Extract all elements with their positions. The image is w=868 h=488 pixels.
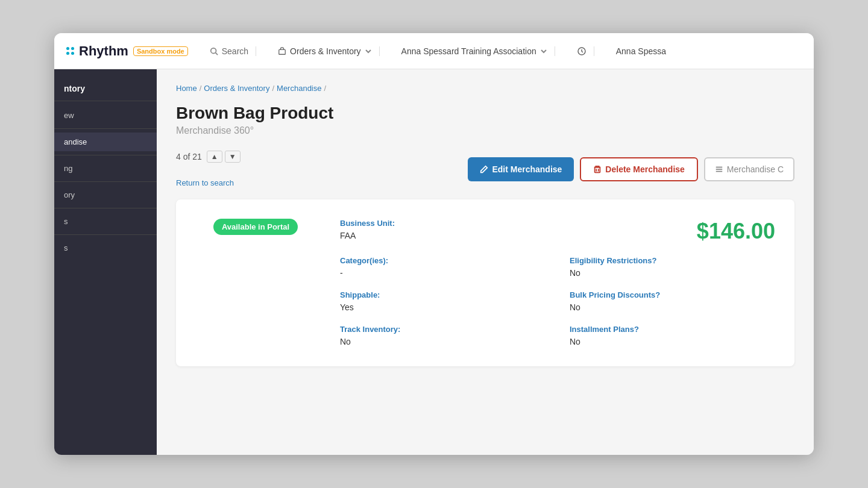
breadcrumb-separator: / — [272, 84, 274, 93]
bulk-pricing-label: Bulk Pricing Discounts? — [570, 290, 775, 299]
sidebar-item-label: ng — [64, 164, 72, 173]
sidebar-item-label: s — [64, 243, 68, 252]
breadcrumb-merchandise[interactable]: Merchandise — [277, 84, 321, 93]
chevron-down-icon — [365, 48, 372, 55]
breadcrumb-separator: / — [324, 84, 326, 93]
edit-merchandise-button[interactable]: Edit Merchandise — [468, 157, 574, 181]
business-unit-label: Business Unit: — [340, 219, 546, 228]
eligibility-value: No — [570, 268, 580, 278]
breadcrumb-orders[interactable]: Orders & Inventory — [204, 84, 269, 93]
eligibility-group: Eligibility Restrictions? No — [570, 256, 775, 278]
org-name: Anna Spessard Training Association — [401, 46, 536, 56]
availability-badge: Available in Portal — [213, 219, 298, 235]
bulk-pricing-value: No — [570, 302, 580, 312]
pagination-info: 4 of 21 ▲ ▼ Return to search — [176, 151, 241, 187]
delete-label: Delete Merchandise — [605, 164, 685, 174]
categories-value: - — [340, 268, 343, 278]
track-inventory-value: No — [340, 337, 351, 346]
breadcrumb-home[interactable]: Home — [176, 84, 197, 93]
next-button[interactable]: ▼ — [225, 151, 241, 163]
price-display: $146.00 — [570, 219, 775, 244]
svg-rect-2 — [279, 49, 286, 54]
sidebar-item-overview[interactable]: ew — [54, 106, 157, 125]
pencil-icon — [480, 165, 488, 174]
trash-icon — [593, 165, 602, 174]
page-subtitle: Merchandise 360° — [176, 125, 794, 136]
action-buttons: Edit Merchandise Delete Merchandise — [468, 157, 794, 181]
track-inventory-group: Track Inventory: No — [340, 325, 546, 347]
history-icon — [577, 46, 587, 56]
categories-label: Categor(ies): — [340, 256, 546, 265]
sidebar-divider — [54, 208, 157, 208]
user-name: Anna Spessa — [616, 46, 666, 56]
sidebar-item-pricing[interactable]: ng — [54, 159, 157, 178]
business-unit-value: FAA — [340, 231, 356, 240]
sidebar-item-settings-1[interactable]: s — [54, 212, 157, 231]
sidebar-divider — [54, 155, 157, 155]
sidebar-item-label: ew — [64, 111, 74, 120]
shopping-bag-icon — [278, 47, 286, 55]
installment-label: Installment Plans? — [570, 325, 775, 334]
user-menu[interactable]: Anna Spessa — [609, 46, 673, 56]
installment-value: No — [570, 337, 580, 346]
sidebar-item-label: andise — [64, 137, 87, 146]
logo-area: Rhythm Sandbox mode — [66, 43, 188, 59]
sidebar-section-title: ntory — [54, 79, 157, 101]
sidebar-item-inventory[interactable]: ory — [54, 186, 157, 204]
main-layout: ntory ew andise ng ory s s — [54, 69, 814, 455]
breadcrumb-separator: / — [200, 84, 202, 93]
business-unit-group: Business Unit: FAA — [340, 219, 546, 244]
more-options-button[interactable]: Merchandise C — [704, 157, 794, 181]
shippable-label: Shippable: — [340, 290, 546, 299]
product-details: Business Unit: FAA $146.00 Categor(ies):… — [340, 219, 775, 347]
orders-inventory-nav[interactable]: Orders & Inventory — [271, 46, 380, 56]
shippable-group: Shippable: Yes — [340, 290, 546, 313]
search-icon — [210, 47, 218, 55]
more-label: Merchandise C — [727, 164, 784, 174]
return-search-link[interactable]: Return to search — [176, 178, 234, 187]
sidebar-item-label: ory — [64, 190, 75, 199]
sidebar-divider — [54, 234, 157, 235]
breadcrumb: Home / Orders & Inventory / Merchandise … — [176, 84, 794, 93]
track-inventory-label: Track Inventory: — [340, 325, 546, 334]
shippable-value: Yes — [340, 302, 354, 312]
history-button[interactable] — [570, 46, 594, 56]
orders-inventory-label: Orders & Inventory — [290, 46, 361, 56]
search-label: Search — [222, 46, 248, 56]
sidebar-divider — [54, 128, 157, 129]
eligibility-label: Eligibility Restrictions? — [570, 256, 775, 265]
search-button[interactable]: Search — [203, 46, 256, 56]
list-icon — [715, 165, 723, 174]
org-selector[interactable]: Anna Spessard Training Association — [394, 46, 555, 56]
header: Rhythm Sandbox mode Search Orders & Inve… — [54, 33, 814, 69]
categories-group: Categor(ies): - — [340, 256, 546, 278]
sidebar-item-merchandise[interactable]: andise — [54, 133, 157, 151]
sidebar-divider — [54, 181, 157, 182]
main-content: Home / Orders & Inventory / Merchandise … — [157, 69, 814, 455]
sidebar: ntory ew andise ng ory s s — [54, 69, 157, 455]
page-title: Brown Bag Product — [176, 104, 794, 123]
edit-label: Edit Merchandise — [492, 164, 562, 174]
sidebar-item-settings-2[interactable]: s — [54, 239, 157, 257]
svg-line-1 — [215, 52, 218, 55]
browser-window: Rhythm Sandbox mode Search Orders & Inve… — [54, 33, 814, 455]
logo-icon — [66, 47, 74, 55]
bulk-pricing-group: Bulk Pricing Discounts? No — [570, 290, 775, 313]
delete-merchandise-button[interactable]: Delete Merchandise — [580, 157, 698, 181]
logo-text: Rhythm — [79, 43, 128, 59]
svg-point-0 — [210, 48, 216, 53]
chevron-down-icon — [540, 48, 547, 55]
product-image-area: Available in Portal — [195, 219, 316, 347]
product-card: Available in Portal Business Unit: FAA $… — [176, 199, 794, 366]
prev-button[interactable]: ▲ — [207, 151, 222, 163]
installment-group: Installment Plans? No — [570, 325, 775, 347]
sandbox-badge: Sandbox mode — [133, 46, 188, 56]
toolbar-row: 4 of 21 ▲ ▼ Return to search Edit Mercha… — [176, 151, 794, 187]
svg-rect-4 — [595, 167, 600, 172]
sidebar-item-label: s — [64, 217, 68, 226]
pagination-count: 4 of 21 — [176, 152, 202, 161]
pagination-arrows: ▲ ▼ — [207, 151, 241, 163]
